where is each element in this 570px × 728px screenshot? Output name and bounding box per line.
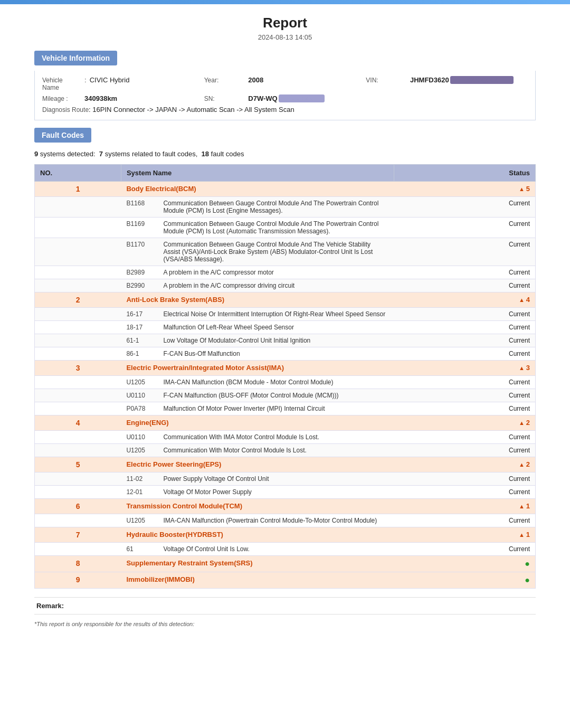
empty-cell (35, 238, 121, 266)
vehicle-vin-col: VIN: JHMFD3620XXXXXXX (366, 76, 528, 84)
summary-text: 9 systems detected: 7 systems related to… (34, 148, 536, 160)
sn-label: SN: (204, 94, 246, 102)
code-status: Current (394, 444, 535, 457)
system-name: Transmission Control Module(TCM) (121, 499, 394, 514)
system-row: 2Anti-Lock Brake System(ABS)▲ 4 (35, 292, 536, 308)
sn-prefix: D7W-WQ (248, 94, 277, 102)
system-name: Engine(ENG) (121, 415, 394, 431)
table-row: 16-17Electrical Noise Or Intermittent In… (35, 308, 536, 321)
fault-desc: F-CAN Malfunction (BUS-OFF (Motor Contro… (163, 392, 388, 399)
table-row: U1205IMA-CAN Malfunction (BCM Module - M… (35, 376, 536, 389)
fault-codes-section: Fault Codes 9 systems detected: 7 system… (34, 128, 536, 589)
code-status: Current (394, 431, 535, 444)
vin-prefix: JHMFD3620 (410, 76, 449, 84)
empty-cell (35, 347, 121, 361)
warning-icon: ▲ (519, 297, 525, 303)
empty-cell (35, 218, 121, 238)
fault-code: B1168 (126, 200, 158, 207)
fault-desc: Malfunction Of Motor Power Inverter (MPI… (163, 405, 388, 412)
code-status: Current (394, 334, 535, 347)
vehicle-year-col: Year: 2008 (204, 76, 366, 84)
fault-desc: Communication With Motor Control Module … (163, 447, 388, 454)
vehicle-info-body: VehicleName : CIVIC Hybrid Year: 2008 VI… (34, 71, 536, 120)
fault-desc: A problem in the A/C compressor motor (163, 269, 388, 276)
code-cell: 86-1F-CAN Bus-Off Malfunction (121, 347, 394, 361)
system-row: 7Hydraulic Booster(HYDRBST)▲ 1 (35, 527, 536, 543)
system-num: 5 (35, 457, 121, 472)
fault-code: 18-17 (126, 324, 158, 331)
fault-desc: IMA-CAN Malfunction (Powertrain Control … (163, 517, 388, 524)
code-cell: B1169Communication Between Gauge Control… (121, 218, 394, 238)
related-count: 7 (99, 150, 103, 158)
report-title: Report (34, 15, 536, 31)
code-cell: 61Voltage Of Control Unit Is Low. (121, 543, 394, 556)
system-num: 6 (35, 499, 121, 514)
table-row: B1168Communication Between Gauge Control… (35, 197, 536, 218)
table-row: 86-1F-CAN Bus-Off MalfunctionCurrent (35, 347, 536, 361)
empty-cell (35, 321, 121, 334)
system-num: 8 (35, 556, 121, 572)
empty-cell (35, 486, 121, 499)
system-num: 4 (35, 415, 121, 431)
ok-icon: ● (525, 559, 530, 568)
empty-cell (35, 472, 121, 486)
fault-desc: Low Voltage Of Modulator-Control Unit In… (163, 337, 388, 344)
vehicle-name-value: CIVIC Hybrid (90, 76, 130, 84)
code-status: Current (394, 197, 535, 218)
system-status: ● (394, 572, 535, 589)
fault-code: U0110 (126, 392, 158, 399)
system-row: 5Electric Power Steering(EPS)▲ 2 (35, 457, 536, 472)
vin-blur: XXXXXXX (450, 76, 514, 84)
fault-desc: Malfunction Of Left-Rear Wheel Speed Sen… (163, 324, 388, 331)
system-status: ▲ 4 (394, 292, 535, 308)
top-bar (0, 0, 570, 4)
system-name: Anti-Lock Brake System(ABS) (121, 292, 394, 308)
col-no: NO. (35, 165, 121, 182)
system-status: ▲ 3 (394, 361, 535, 376)
year-label: Year: (204, 76, 246, 84)
system-status: ▲ 1 (394, 527, 535, 543)
table-row: 12-01Voltage Of Motor Power SupplyCurren… (35, 486, 536, 499)
system-num: 1 (35, 182, 121, 197)
empty-cell (35, 389, 121, 402)
empty-cell (35, 376, 121, 389)
table-row: U0110F-CAN Malfunction (BUS-OFF (Motor C… (35, 389, 536, 402)
code-cell: B2989A problem in the A/C compressor mot… (121, 266, 394, 279)
system-status: ▲ 1 (394, 499, 535, 514)
code-cell: U1205IMA-CAN Malfunction (Powertrain Con… (121, 514, 394, 527)
system-num: 3 (35, 361, 121, 376)
code-status: Current (394, 279, 535, 292)
system-status: ▲ 5 (394, 182, 535, 197)
table-row: B1170Communication Between Gauge Control… (35, 238, 536, 266)
table-row: 11-02Power Supply Voltage Of Control Uni… (35, 472, 536, 486)
code-status: Current (394, 402, 535, 415)
fault-desc: Communication Between Gauge Control Modu… (163, 220, 388, 235)
system-name: Immobilizer(IMMOBI) (121, 572, 394, 589)
code-status: Current (394, 347, 535, 361)
fault-code: 11-02 (126, 475, 158, 483)
code-cell: 16-17Electrical Noise Or Intermittent In… (121, 308, 394, 321)
fault-desc: Power Supply Voltage Of Control Unit (163, 475, 388, 483)
system-row: 3Electric Powertrain/Integrated Motor As… (35, 361, 536, 376)
empty-cell (35, 197, 121, 218)
code-status: Current (394, 514, 535, 527)
fault-table: NO. System Name Status 1Body Electrical(… (34, 164, 536, 589)
sn-blur: XXXXX (279, 94, 325, 102)
diagnosis-row: Diagnosis Route : 16PIN Connector -> JAP… (42, 106, 528, 114)
mileage-col: Mileage : 340938km (42, 94, 204, 102)
warning-icon: ▲ (519, 420, 525, 426)
warning-icon: ▲ (519, 365, 525, 371)
fault-code: B1170 (126, 241, 158, 248)
fault-code: 86-1 (126, 350, 158, 357)
table-row: 18-17Malfunction Of Left-Rear Wheel Spee… (35, 321, 536, 334)
empty-cell (35, 431, 121, 444)
mileage-value: 340938km (84, 94, 117, 102)
page-wrapper: Report 2024-08-13 14:05 Vehicle Informat… (26, 4, 544, 638)
fault-code: 16-17 (126, 310, 158, 318)
warning-icon: ▲ (519, 461, 525, 468)
fault-code: U1205 (126, 447, 158, 454)
table-row: B1169Communication Between Gauge Control… (35, 218, 536, 238)
code-cell: U0110F-CAN Malfunction (BUS-OFF (Motor C… (121, 389, 394, 402)
table-row: U0110Communication With IMA Motor Contro… (35, 431, 536, 444)
code-status: Current (394, 321, 535, 334)
